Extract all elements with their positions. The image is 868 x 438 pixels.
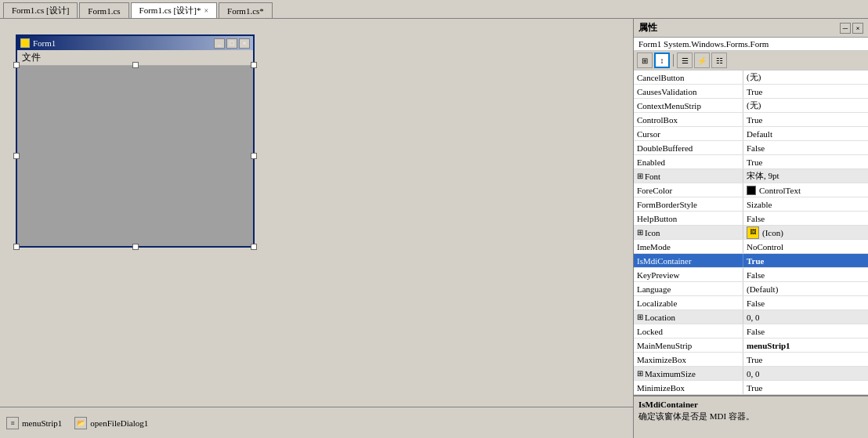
handle-bottom-right[interactable] [251, 244, 257, 250]
prop-name-formborderstyle: FormBorderStyle [634, 197, 743, 211]
prop-row-forecolor: ForeColor ControlText [634, 183, 868, 197]
prop-value-maximumsize[interactable]: 0, 0 [743, 369, 868, 378]
forecolor-swatch [747, 186, 756, 195]
prop-value-ismdicontainer[interactable]: True [743, 256, 868, 266]
prop-value-imemode[interactable]: NoControl [743, 242, 868, 252]
prop-name-causesvalidation: CausesValidation [634, 85, 743, 98]
form-restore-btn[interactable]: □ [226, 38, 237, 49]
handle-top-right[interactable] [251, 62, 257, 68]
designer-panel: Form1 _ □ × 文件 [0, 19, 633, 438]
tab-form1-cs[interactable]: Form1.cs [79, 2, 128, 18]
prop-name-font: ⊞Font [634, 169, 743, 183]
props-desc-text: 确定该窗体是否是 MDI 容器。 [638, 411, 863, 422]
component-open-file-dialog[interactable]: 📂 openFileDialog1 [74, 417, 148, 429]
handle-bottom-mid[interactable] [132, 244, 139, 250]
prop-value-cancelbutton[interactable]: (无) [743, 71, 868, 83]
prop-row-cursor: Cursor Default [634, 127, 868, 141]
prop-value-minimizebox[interactable]: True [743, 383, 868, 393]
prop-value-mainmenustrip[interactable]: menuStrip1 [743, 341, 868, 350]
props-pin-btn[interactable]: ─ [840, 23, 851, 34]
tab-form1-design[interactable]: Form1.cs [设计] [3, 2, 78, 18]
prop-row-minimizebox: MinimizeBox True [634, 381, 868, 395]
form-minimize-btn[interactable]: _ [214, 38, 225, 49]
tab-label: Form1.cs* [227, 6, 264, 16]
props-tb-events[interactable]: ⚡ [694, 52, 710, 68]
prop-name-helpbutton: HelpButton [634, 212, 743, 225]
prop-value-contextmenustrip[interactable]: (无) [743, 100, 868, 111]
tab-form1-cs-modified[interactable]: Form1.cs* [219, 2, 273, 18]
properties-header: 属性 ─ × [634, 19, 868, 38]
prop-value-controlbox[interactable]: True [743, 115, 868, 125]
prop-value-enabled[interactable]: True [743, 157, 868, 167]
properties-header-buttons: ─ × [840, 23, 863, 34]
prop-name-location: ⊞Location [634, 310, 743, 324]
tab-close-icon[interactable]: × [204, 6, 208, 15]
prop-name-minimizebox: MinimizeBox [634, 381, 743, 394]
prop-value-formborderstyle[interactable]: Sizable [743, 200, 868, 209]
prop-value-icon[interactable]: 🖼(Icon) [743, 226, 868, 239]
props-tb-propbind[interactable]: ☷ [711, 52, 727, 68]
menu-strip-label: menuStrip1 [22, 418, 62, 428]
prop-row-language: Language (Default) [634, 282, 868, 296]
component-tray: ≡ menuStrip1 📂 openFileDialog1 [0, 407, 633, 438]
properties-table[interactable]: CancelButton (无) CausesValidation True C… [634, 71, 868, 395]
prop-value-locked[interactable]: False [743, 327, 868, 336]
prop-name-language: Language [634, 282, 743, 295]
prop-name-locked: Locked [634, 324, 743, 338]
tab-label: Form1.cs [设计]* [139, 5, 201, 16]
prop-value-forecolor[interactable]: ControlText [743, 186, 868, 195]
main-area: Form1 _ □ × 文件 [0, 19, 868, 438]
handle-left-mid[interactable] [13, 153, 20, 159]
handle-bottom-left[interactable] [13, 244, 20, 250]
props-tb-properties[interactable]: ☰ [677, 52, 693, 68]
properties-panel: 属性 ─ × Form1 System.Windows.Forms.Form ⊞… [633, 19, 868, 438]
handle-right-mid[interactable] [251, 153, 257, 159]
form-menu-item[interactable]: 文件 [22, 51, 41, 64]
prop-value-language[interactable]: (Default) [743, 284, 868, 294]
prop-value-causesvalidation[interactable]: True [743, 87, 868, 96]
properties-title: 属性 [638, 21, 657, 34]
prop-value-cursor[interactable]: Default [743, 129, 868, 139]
prop-row-doublebuffered: DoubleBuffered False [634, 141, 868, 155]
prop-row-mainmenustrip: MainMenuStrip menuStrip1 [634, 338, 868, 353]
props-tb-categorized[interactable]: ⊞ [637, 52, 653, 68]
prop-value-location[interactable]: 0, 0 [743, 313, 868, 322]
tab-bar: Form1.cs [设计] Form1.cs Form1.cs [设计]* × … [0, 0, 868, 19]
prop-row-formborderstyle: FormBorderStyle Sizable [634, 197, 868, 212]
props-class-label: Form1 System.Windows.Forms.Form [638, 39, 769, 49]
prop-name-doublebuffered: DoubleBuffered [634, 141, 743, 154]
prop-name-cursor: Cursor [634, 127, 743, 140]
open-file-dialog-label: openFileDialog1 [90, 418, 148, 428]
prop-value-doublebuffered[interactable]: False [743, 143, 868, 153]
prop-value-keypreview[interactable]: False [743, 270, 868, 280]
prop-name-enabled: Enabled [634, 155, 743, 168]
prop-value-localizable[interactable]: False [743, 299, 868, 308]
prop-value-font[interactable]: 宋体, 9pt [743, 170, 868, 182]
tab-form1-design-active[interactable]: Form1.cs [设计]* × [131, 2, 217, 18]
prop-value-helpbutton[interactable]: False [743, 214, 868, 223]
form-close-btn[interactable]: × [239, 38, 250, 49]
props-close-btn[interactable]: × [852, 23, 863, 34]
prop-name-forecolor: ForeColor [634, 183, 743, 197]
properties-toolbar: ⊞ ↕ ☰ ⚡ ☷ [634, 51, 868, 71]
component-menu-strip[interactable]: ≡ menuStrip1 [6, 417, 62, 429]
prop-row-localizable: Localizable False [634, 296, 868, 310]
prop-name-localizable: Localizable [634, 296, 743, 309]
prop-name-cancelbutton: CancelButton [634, 71, 743, 84]
prop-row-enabled: Enabled True [634, 155, 868, 169]
form-title-bar: Form1 _ □ × [17, 36, 253, 50]
prop-row-keypreview: KeyPreview False [634, 268, 868, 282]
handle-top-mid[interactable] [132, 62, 139, 68]
menu-strip-icon: ≡ [6, 417, 19, 429]
form-title-left: Form1 [20, 38, 56, 48]
props-tb-alphabetical[interactable]: ↕ [654, 52, 670, 68]
prop-row-cancelbutton: CancelButton (无) [634, 71, 868, 85]
prop-row-causesvalidation: CausesValidation True [634, 85, 868, 99]
prop-row-location: ⊞Location 0, 0 [634, 310, 868, 324]
handle-top-left[interactable] [13, 62, 20, 68]
prop-name-controlbox: ControlBox [634, 113, 743, 126]
form-canvas[interactable] [17, 66, 253, 246]
prop-row-font: ⊞Font 宋体, 9pt [634, 169, 868, 183]
prop-value-maximizebox[interactable]: True [743, 355, 868, 364]
props-tb-separator1 [673, 54, 674, 67]
